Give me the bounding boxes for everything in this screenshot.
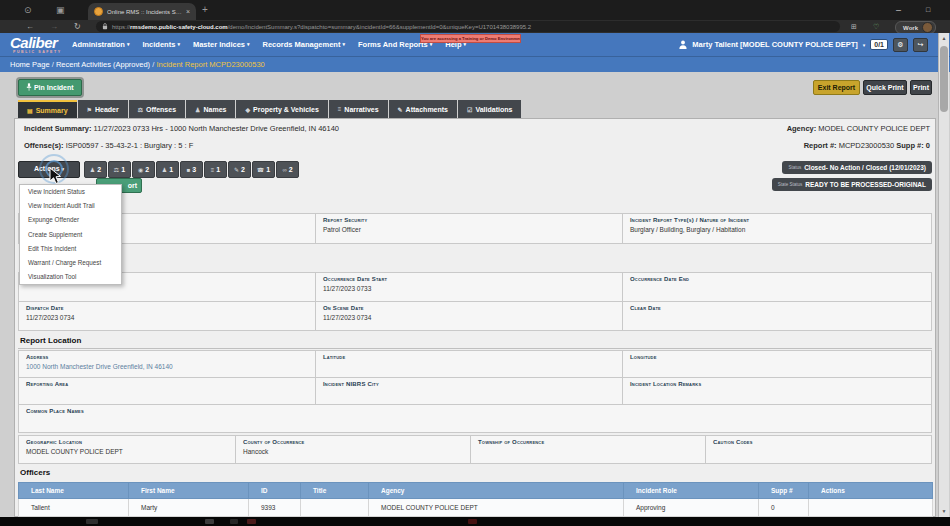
reload-icon[interactable]: ↻ xyxy=(74,20,81,33)
settings-gear-icon[interactable]: ⚙ xyxy=(893,38,908,52)
tab-validations[interactable]: ☑Validations xyxy=(458,100,521,118)
count-badge-narratives[interactable]: ≡1 xyxy=(204,161,227,178)
status-badge: StatusClosed- No Action / Closed (12/01/… xyxy=(782,161,932,174)
state-status-badge: State StatusREADY TO BE PROCESSED-ORIGIN… xyxy=(772,178,932,191)
phone-icon: ☎ xyxy=(257,166,264,173)
field-report-security: Report SecurityPatrol Officer xyxy=(315,213,623,244)
collections-icon[interactable]: ⊞ xyxy=(851,20,857,33)
tab-overview-icon[interactable]: ▣ xyxy=(56,0,65,20)
url-field[interactable]: https://rmsdemo.public-safety-cloud.com/… xyxy=(96,21,840,32)
menu-item-visualization-tool[interactable]: Visualization Tool xyxy=(20,270,121,284)
field-clear-date: Clear Date xyxy=(622,301,932,331)
field-incident-location-remarks: Incident Location Remarks xyxy=(622,377,932,405)
tab-attachments[interactable]: ✎Attachments xyxy=(389,100,457,118)
field-geographic-location: Geographic LocationMODEL COUNTY POLICE D… xyxy=(18,435,236,464)
menu-item-create-supplement[interactable]: Create Supplement xyxy=(20,228,121,242)
brand-logo[interactable]: Caliber xyxy=(10,34,57,51)
report-tabs: ▤Summary ⚑Header ⚖Offenses ♟Names ◆Prope… xyxy=(18,100,521,118)
menu-item-expunge-offender[interactable]: Expunge Offender xyxy=(20,213,121,227)
lock-icon: ▤ xyxy=(27,107,33,114)
user-name[interactable]: Marty Tallent [MODEL COUNTY POLICE DEPT] xyxy=(692,40,857,49)
field-on-scene-date: On Scene Date11/27/2023 0734 xyxy=(315,301,623,331)
nav-records-management[interactable]: Records Management▾ xyxy=(263,40,345,49)
avatar xyxy=(922,22,933,33)
nav-administration[interactable]: Administration▾ xyxy=(72,40,129,49)
menu-item-warrant-charge-request[interactable]: Warrant / Charge Request xyxy=(20,256,121,270)
forward-icon[interactable]: → xyxy=(50,20,58,33)
print-button[interactable]: Print xyxy=(910,80,932,95)
main-nav: Administration▾ Incidents▾ Master Indice… xyxy=(72,33,466,56)
offense-icon: ⚖ xyxy=(114,166,119,173)
taskbar-icon xyxy=(247,519,256,524)
count-badge-offenses[interactable]: ⚖1 xyxy=(108,161,131,178)
breadcrumb-recent-activities[interactable]: Recent Activities (Approved) xyxy=(56,60,150,69)
count-badge-links[interactable]: ∞2 xyxy=(276,161,299,178)
browser-tab-active[interactable]: Online RMS :: Incidents Summary × xyxy=(88,3,196,20)
new-tab-button[interactable]: + xyxy=(202,0,208,20)
menu-item-view-incident-audit-trail[interactable]: View Incident Audit Trail xyxy=(20,199,121,213)
mouse-cursor xyxy=(49,167,62,185)
address-link[interactable]: 1000 North Manchester Drive Greenfield, … xyxy=(26,363,315,370)
scrollbar-thumb[interactable] xyxy=(940,46,948,112)
section-officers: Officers xyxy=(20,468,50,477)
vehicle-icon: ■ xyxy=(187,167,191,173)
menu-item-view-incident-status[interactable]: View Incident Status xyxy=(20,185,121,199)
narrative-icon: ≡ xyxy=(211,167,215,173)
taskbar-icon xyxy=(86,519,98,524)
count-badge-alerts[interactable]: ◉2 xyxy=(132,161,155,178)
workspace-icon[interactable]: ⊙ xyxy=(24,0,32,20)
link-icon: ∞ xyxy=(282,167,286,173)
tab-offenses[interactable]: ⚖Offenses xyxy=(129,100,185,118)
property-icon: ◆ xyxy=(245,106,250,113)
quick-print-button[interactable]: Quick Print xyxy=(863,80,907,95)
training-environment-banner: You are accessing a Training or Demo Env… xyxy=(420,34,521,43)
chevron-down-icon[interactable]: ▾ xyxy=(863,42,866,48)
field-reporting-area: Reporting Area xyxy=(18,377,316,405)
table-header-row: Last Name First Name ID Title Agency Inc… xyxy=(19,483,933,499)
scroll-up-icon[interactable]: ▲ xyxy=(939,35,949,41)
field-caution-codes: Caution Codes xyxy=(705,435,932,464)
menu-item-edit-this-incident[interactable]: Edit This Incident xyxy=(20,242,121,256)
logout-icon[interactable]: ↪ xyxy=(913,38,928,52)
field-occurrence-date-start: Occurrence Date Start11/27/2023 0733 xyxy=(315,272,623,302)
count-badge-property[interactable]: ■3 xyxy=(180,161,203,178)
browser-tab-strip: ⊙ ▣ Online RMS :: Incidents Summary × + … xyxy=(0,0,950,20)
chevron-down-icon: ▾ xyxy=(247,41,250,47)
back-icon[interactable]: ← xyxy=(26,20,34,33)
restore-window-icon[interactable]: □ xyxy=(926,0,930,20)
count-badge-attachments[interactable]: ✎2 xyxy=(228,161,251,178)
tab-summary[interactable]: ▤Summary xyxy=(18,100,77,118)
col-incident-role: Incident Role xyxy=(624,483,759,499)
cell-title xyxy=(301,499,369,517)
field-common-place-names: Common Place Names xyxy=(18,404,932,433)
queue-counter-badge[interactable]: 0/1 xyxy=(870,39,888,50)
divider xyxy=(18,348,932,349)
exit-report-button[interactable]: Exit Report xyxy=(813,80,860,95)
tab-title: Online RMS :: Incidents Summary xyxy=(107,9,183,15)
tab-narratives[interactable]: ≡Narratives xyxy=(329,100,388,118)
user-area: Marty Tallent [MODEL COUNTY POLICE DEPT]… xyxy=(679,33,928,56)
agency-line: Agency: MODEL COUNTY POLICE DEPT xyxy=(787,124,930,133)
scroll-down-icon[interactable]: ▼ xyxy=(939,508,949,514)
close-tab-icon[interactable]: × xyxy=(186,8,190,15)
col-id: ID xyxy=(249,483,301,499)
browser-essentials-icon[interactable]: ♡ xyxy=(873,20,879,33)
table-row[interactable]: Tallent Marty 9393 MODEL COUNTY POLICE D… xyxy=(19,499,933,517)
pin-incident-button[interactable]: Pin Incident xyxy=(18,79,82,96)
count-badge-subjects[interactable]: ♟1 xyxy=(156,161,179,178)
field-latitude: Latitude xyxy=(315,350,623,378)
field-incident-nibrs-city: Incident NIBRS City xyxy=(315,377,623,405)
field-longitude: Longitude xyxy=(622,350,932,378)
tab-names[interactable]: ♟Names xyxy=(186,100,235,118)
nav-master-indices[interactable]: Master Indices▾ xyxy=(193,40,250,49)
tab-header[interactable]: ⚑Header xyxy=(78,100,128,118)
report-number-line: Report #: MCPD23000530 Supp #: 0 xyxy=(804,141,930,150)
minimize-window-icon[interactable]: – xyxy=(896,0,901,20)
count-badge-calls[interactable]: ☎1 xyxy=(252,161,275,178)
tab-property-vehicles[interactable]: ◆Property & Vehicles xyxy=(236,100,327,118)
nav-incidents[interactable]: Incidents▾ xyxy=(142,40,179,49)
count-badge-persons[interactable]: ♟2 xyxy=(84,161,107,178)
breadcrumb-home[interactable]: Home Page xyxy=(10,60,50,69)
col-title: Title xyxy=(301,483,369,499)
breadcrumb: Home Page / Recent Activities (Approved)… xyxy=(10,60,265,69)
